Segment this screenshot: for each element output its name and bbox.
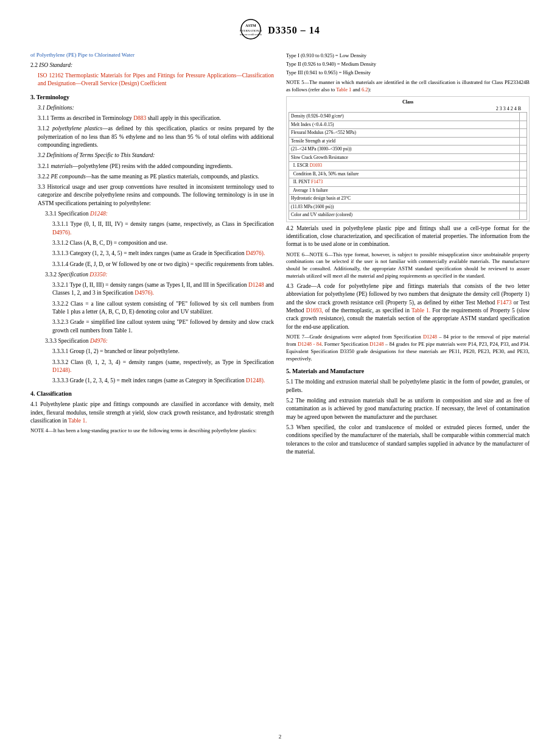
s3-1-1-text: 3.1.1 Terms as described in Terminology — [38, 115, 132, 121]
d1248-link2[interactable]: D1248 — [248, 282, 264, 288]
table-row: (21–<24 MPa (3000–<3500 psi)) — [289, 145, 527, 154]
table-cell-r — [520, 137, 527, 145]
s3-3-1-1-label: 3.3.1.1 — [52, 221, 68, 227]
table-cell: (21–<24 MPa (3000–<3500 psi)) — [289, 145, 520, 154]
section-2-2-label: 2.2 ISO Standard: — [30, 61, 274, 69]
table-row: I. ESCR D1693 — [289, 162, 527, 170]
s3-3-3-3-text: 3.3.3.3 Grade (1, 2, 3, 4, 5) = melt ind… — [52, 377, 245, 384]
table-cell: II. PENT F1473 — [289, 178, 520, 187]
s3-1-2: 3.1.2 polyethylene plastics—as defined b… — [38, 125, 274, 149]
d3350-link[interactable]: D3350: — [89, 272, 107, 278]
iso-reference: ISO 12162 Thermoplastic Materials for Pi… — [38, 72, 274, 88]
s3-3-2-3: 3.3.2.3 Grade = simplified line callout … — [52, 318, 274, 335]
note5-table1-link[interactable]: Table 1 — [336, 86, 351, 93]
d4976-link4[interactable]: D4976: — [90, 338, 108, 344]
s3-3-1-1-text: Type (0, I, II, III, IV) = density range… — [71, 221, 274, 227]
s3-2-1-italic: materials — [51, 163, 72, 169]
page: ASTM INTERNATIONAL Helping our world wor… — [0, 0, 560, 750]
s5-3: 5.3 When specified, the color and transl… — [286, 424, 530, 456]
table-cell-r — [520, 178, 527, 187]
s3-1-1-end: shall apply in this specification. — [148, 115, 222, 121]
table-cell: Flexural Modulus (276–<552 MPa) — [289, 129, 520, 138]
s3-3-2-italic: Specification D3350: — [58, 272, 107, 278]
table-cell-bracket — [520, 113, 527, 121]
iso-link[interactable]: ISO 12162 — [38, 72, 63, 79]
density-line-2: Type II (0.926 to 0.940) = Medium Densit… — [286, 61, 530, 68]
table-cell: Tensile Strength at yield — [289, 137, 520, 145]
s3-3: 3.3 Historical usage and user group conv… — [38, 183, 274, 208]
s3-1-1: 3.1.1 Terms as described in Terminology … — [38, 114, 274, 122]
s3-1: 3.1 Definitions: — [38, 104, 274, 112]
s3-3-2-1-text: 3.3.2.1 Type (I, II, III) = density rang… — [52, 282, 247, 288]
d1693-link[interactable]: D1693, — [306, 307, 323, 314]
note7-d1248b-link[interactable]: D1248 - 84 — [298, 341, 321, 347]
page-number: 2 — [30, 733, 530, 741]
table-cell: Melt Index (<0.4–0.15) — [289, 121, 520, 129]
table-cell: Condition B, 24 h, 50% max failure — [289, 170, 520, 178]
note7-d1248c-link[interactable]: D1248 — [369, 341, 383, 347]
page-header: ASTM INTERNATIONAL Helping our world wor… — [30, 18, 530, 43]
astm-logo: ASTM INTERNATIONAL Helping our world wor… — [240, 18, 262, 43]
section-5-title: 5. Materials and Manufacture — [286, 367, 530, 376]
table-cell: Density (0.926–0.940 g/cm³) — [289, 113, 520, 121]
section-2-2: 2.2 ISO Standard: ISO 12162 Thermoplasti… — [30, 61, 274, 88]
table-cell-r — [520, 121, 527, 129]
d1248-link4[interactable]: D1248). — [246, 377, 265, 384]
table-cell-r — [520, 211, 527, 220]
s3-1-text: 3.1 Definitions: — [38, 105, 74, 111]
s3-3-3-3: 3.3.3.3 Grade (1, 2, 3, 4, 5) = melt ind… — [52, 377, 274, 385]
table-row: II. PENT F1473 — [289, 178, 527, 187]
section-3: 3. Terminology 3.1 Definitions: 3.1.1 Te… — [30, 93, 274, 385]
note7-d1248a-link[interactable]: D1248 — [423, 334, 437, 340]
d4976-link2[interactable]: D4976). — [246, 250, 265, 256]
main-content: of Polyethylene (PE) Pipe to Chlorinated… — [30, 51, 530, 458]
s3-3-3-text: 3.3.3 Specification — [45, 338, 89, 344]
s3-1-2-italic: polyethylene plastics — [52, 125, 102, 131]
pent-f1473-link[interactable]: F1473 — [311, 179, 323, 184]
d1248-link3[interactable]: D1248). — [52, 367, 71, 373]
s3-3-1-2: 3.3.1.2 Class (A, B, C, D) = composition… — [52, 239, 274, 247]
table-cell-r — [520, 145, 527, 154]
note6: NOTE 6—NOTE 6—This type format, however,… — [286, 251, 530, 281]
table-cell: Slow Crack Growth Resistance — [289, 153, 520, 162]
s4-3: 4.3 Grade—A code for polyethylene pipe a… — [286, 282, 530, 331]
density-line-1: Type I (0.910 to 0.925) = Low Density — [286, 52, 530, 60]
d1248-link1[interactable]: D1248: — [90, 211, 108, 217]
table-row: Hydrostatic design basis at 23°C — [289, 195, 527, 203]
s3-3-3-1: 3.3.3.1 Group (1, 2) = branched or linea… — [52, 348, 274, 356]
table-row: Average 1 h failure — [289, 186, 527, 195]
s3-2-2: 3.2.2 PE compounds—has the same meaning … — [38, 173, 274, 181]
class-table: Density (0.926–0.940 g/cm³) Melt Index (… — [289, 112, 527, 220]
note4: NOTE 4—It has been a long-standing pract… — [30, 427, 274, 435]
s3-3-2: 3.3.2 Specification D3350: — [45, 271, 274, 279]
s3-3-2-1: 3.3.2.1 Type (I, II, III) = density rang… — [52, 281, 274, 298]
s3-2-1: 3.2.1 materials—polyethylene (PE) resins… — [38, 163, 274, 170]
d4976-link3[interactable]: D4976). — [135, 290, 153, 296]
table1-link[interactable]: Table 1. — [68, 418, 86, 424]
s5-1: 5.1 The molding and extrusion material s… — [286, 378, 530, 394]
s2-2-num: 2.2 — [30, 62, 39, 68]
escr-d1693-link[interactable]: D1693 — [310, 163, 322, 168]
table-row: Tensile Strength at yield — [289, 137, 527, 145]
s4-3-end: of the thermoplastic, as specified in — [325, 307, 410, 314]
section-3-title: 3. Terminology — [30, 93, 274, 102]
table-cell: Color and UV stabilizer (colored) — [289, 211, 520, 220]
class-numbers: 2 3 3 4 2 4 B — [289, 105, 527, 112]
note5: NOTE 5—The manner in which materials are… — [286, 79, 530, 94]
note6-text: NOTE 6—This type format, however, is sub… — [286, 251, 530, 279]
class-table-container: Class 2 3 3 4 2 4 B Density (0.926–0.940… — [286, 96, 530, 222]
top-continuation-link[interactable]: of Polyethylene (PE) Pipe to Chlorinated… — [30, 51, 274, 59]
s4-3-text: 4.3 Grade—A code for polyethylene pipe a… — [286, 283, 530, 306]
s3-3-1-3: 3.3.1.3 Category (1, 2, 3, 4, 5) = melt … — [52, 250, 274, 258]
d883-link[interactable]: D883 — [133, 115, 146, 121]
s3-3-3: 3.3.3 Specification D4976: — [45, 337, 274, 345]
table-cell: Hydrostatic design basis at 23°C — [289, 195, 520, 203]
s3-3-1-text: 3.3.1 Specification — [45, 211, 89, 217]
f1473-link[interactable]: F1473 — [497, 300, 511, 306]
d4976-link1[interactable]: D4976). — [52, 230, 71, 236]
note5-62-link[interactable]: 6.2 — [362, 86, 368, 93]
table-cell-r — [520, 153, 527, 162]
table1-link2[interactable]: Table 1. — [411, 307, 430, 314]
table-row: Color and UV stabilizer (colored) — [289, 211, 527, 220]
table-row: Flexural Modulus (276–<552 MPa) — [289, 129, 527, 138]
